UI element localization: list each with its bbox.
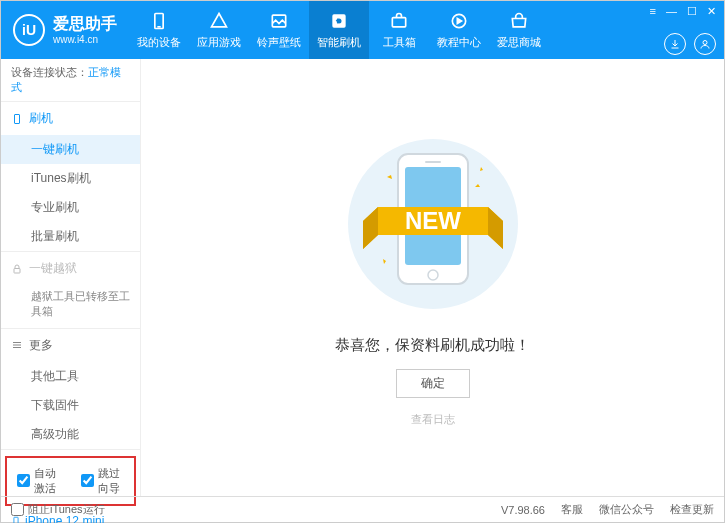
logo-icon: iU <box>13 14 45 46</box>
brand-url: www.i4.cn <box>53 34 117 46</box>
sidebar-item-othertools[interactable]: 其他工具 <box>1 362 140 391</box>
tab-label: 爱思商城 <box>497 35 541 50</box>
section-label: 刷机 <box>29 110 53 127</box>
tab-flash[interactable]: 智能刷机 <box>309 1 369 59</box>
section-label: 一键越狱 <box>29 260 77 277</box>
menu-icon[interactable]: ≡ <box>650 5 656 18</box>
svg-rect-18 <box>425 161 441 163</box>
flash-icon <box>329 11 349 31</box>
checkbox-label: 跳过向导 <box>98 466 125 496</box>
sidebar-flash-header[interactable]: 刷机 <box>1 102 140 135</box>
header-controls: ≡ — ☐ ✕ <box>642 1 724 59</box>
toolbox-icon <box>389 11 409 31</box>
apps-icon <box>209 11 229 31</box>
lock-icon <box>11 263 23 275</box>
header: iU 爱思助手 www.i4.cn 我的设备 应用游戏 铃声壁纸 智能刷机 <box>1 1 724 59</box>
view-log-link[interactable]: 查看日志 <box>411 412 455 427</box>
phone-icon <box>149 11 169 31</box>
tab-tools[interactable]: 工具箱 <box>369 1 429 59</box>
close-icon[interactable]: ✕ <box>707 5 716 18</box>
tab-label: 工具箱 <box>383 35 416 50</box>
svg-rect-4 <box>392 17 405 26</box>
tab-label: 教程中心 <box>437 35 481 50</box>
section-label: 更多 <box>29 337 53 354</box>
nav-tabs: 我的设备 应用游戏 铃声壁纸 智能刷机 工具箱 教程中心 <box>129 1 642 59</box>
svg-marker-6 <box>457 18 461 23</box>
tab-label: 铃声壁纸 <box>257 35 301 50</box>
download-icon[interactable] <box>664 33 686 55</box>
sidebar-item-download[interactable]: 下载固件 <box>1 391 140 420</box>
tab-label: 应用游戏 <box>197 35 241 50</box>
wallpaper-icon <box>269 11 289 31</box>
tab-tutorials[interactable]: 教程中心 <box>429 1 489 59</box>
list-icon <box>11 339 23 351</box>
brand-name: 爱思助手 <box>53 14 117 33</box>
logo-area: iU 爱思助手 www.i4.cn <box>1 1 129 59</box>
sidebar-item-pro[interactable]: 专业刷机 <box>1 193 140 222</box>
wechat-link[interactable]: 微信公众号 <box>599 502 654 517</box>
svg-rect-8 <box>15 114 20 123</box>
checkbox-label: 自动激活 <box>34 466 61 496</box>
minimize-icon[interactable]: — <box>666 5 677 18</box>
checkbox-autoactivate[interactable]: 自动激活 <box>17 466 61 496</box>
tab-apps[interactable]: 应用游戏 <box>189 1 249 59</box>
sidebar-item-itunes[interactable]: iTunes刷机 <box>1 164 140 193</box>
tab-label: 我的设备 <box>137 35 181 50</box>
maximize-icon[interactable]: ☐ <box>687 5 697 18</box>
tab-ringtones[interactable]: 铃声壁纸 <box>249 1 309 59</box>
new-badge-text: NEW <box>405 207 461 234</box>
sidebar-item-oneclick[interactable]: 一键刷机 <box>1 135 140 164</box>
store-icon <box>509 11 529 31</box>
sidebar-jailbreak-header: 一键越狱 <box>1 252 140 285</box>
sidebar-item-advanced[interactable]: 高级功能 <box>1 420 140 449</box>
phone-icon <box>11 113 23 125</box>
footer: 阻止iTunes运行 V7.98.66 客服 微信公众号 检查更新 <box>1 496 724 522</box>
success-message: 恭喜您，保资料刷机成功啦！ <box>335 336 530 355</box>
block-itunes-checkbox[interactable]: 阻止iTunes运行 <box>11 502 105 517</box>
main-content: NEW 恭喜您，保资料刷机成功啦！ 确定 查看日志 <box>141 59 724 496</box>
jailbreak-note: 越狱工具已转移至工具箱 <box>1 285 140 328</box>
support-link[interactable]: 客服 <box>561 502 583 517</box>
sidebar-item-batch[interactable]: 批量刷机 <box>1 222 140 251</box>
confirm-button[interactable]: 确定 <box>396 369 470 398</box>
connection-status: 设备连接状态：正常模式 <box>1 59 140 102</box>
phone-illustration: NEW <box>333 129 533 322</box>
status-label: 设备连接状态： <box>11 66 88 78</box>
user-icon[interactable] <box>694 33 716 55</box>
update-link[interactable]: 检查更新 <box>670 502 714 517</box>
checkbox-input[interactable] <box>17 474 30 487</box>
tab-label: 智能刷机 <box>317 35 361 50</box>
sidebar: 设备连接状态：正常模式 刷机 一键刷机 iTunes刷机 专业刷机 批量刷机 一… <box>1 59 141 496</box>
checkbox-input[interactable] <box>81 474 94 487</box>
sidebar-more-header[interactable]: 更多 <box>1 329 140 362</box>
svg-rect-9 <box>14 268 20 273</box>
checkbox-skipguide[interactable]: 跳过向导 <box>81 466 125 496</box>
body: 设备连接状态：正常模式 刷机 一键刷机 iTunes刷机 专业刷机 批量刷机 一… <box>1 59 724 496</box>
app-window: iU 爱思助手 www.i4.cn 我的设备 应用游戏 铃声壁纸 智能刷机 <box>0 0 725 523</box>
svg-point-7 <box>703 41 707 45</box>
version-text: V7.98.66 <box>501 504 545 516</box>
tab-mydevice[interactable]: 我的设备 <box>129 1 189 59</box>
checkbox-input[interactable] <box>11 503 24 516</box>
tutorial-icon <box>449 11 469 31</box>
checkbox-label: 阻止iTunes运行 <box>28 502 105 517</box>
tab-store[interactable]: 爱思商城 <box>489 1 549 59</box>
